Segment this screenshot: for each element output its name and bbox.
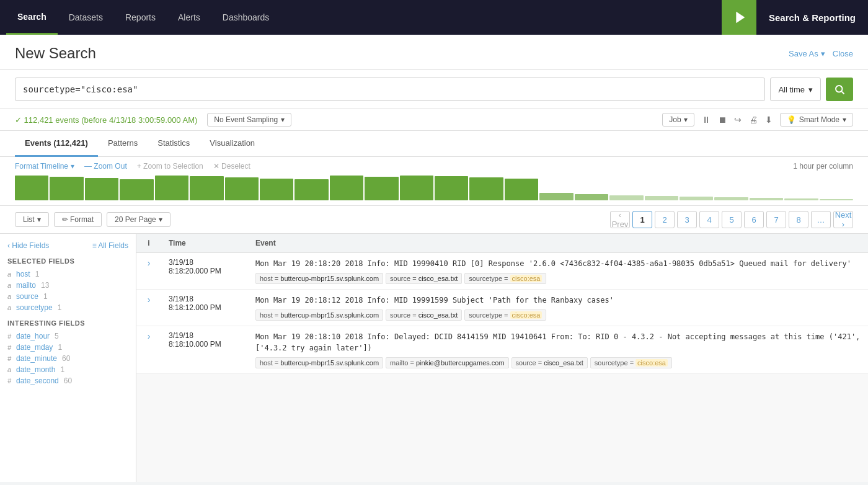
job-button[interactable]: Job ▾ bbox=[662, 113, 694, 127]
field-tag: host = buttercup-mbpr15.sv.splunk.com bbox=[255, 309, 383, 321]
time-range-picker[interactable]: All time ▾ bbox=[770, 78, 821, 101]
field-date-second[interactable]: # date_second 60 bbox=[7, 375, 128, 386]
timeline-bar bbox=[645, 196, 678, 200]
timeline-area: Format Timeline ▾ — Zoom Out + Zoom to S… bbox=[0, 157, 868, 206]
all-fields-button[interactable]: ≡ All Fields bbox=[92, 241, 128, 250]
search-button[interactable] bbox=[826, 78, 853, 101]
timeline-bar bbox=[190, 176, 223, 200]
tab-statistics[interactable]: Statistics bbox=[148, 131, 200, 157]
timeline-bar bbox=[435, 176, 468, 200]
chevron-down-icon: ▾ bbox=[159, 215, 162, 224]
timeline-bar bbox=[820, 199, 853, 200]
event-content: Mon Mar 19 20:18:12 2018 Info: MID 19991… bbox=[248, 290, 868, 326]
zoom-selection-button[interactable]: + Zoom to Selection bbox=[137, 162, 203, 171]
chevron-down-icon: ▾ bbox=[281, 115, 285, 124]
timeline-bar bbox=[260, 179, 293, 200]
zoom-out-button[interactable]: — Zoom Out bbox=[84, 162, 127, 171]
hide-fields-button[interactable]: ‹ Hide Fields bbox=[7, 241, 49, 250]
timeline-bar bbox=[330, 176, 363, 200]
selected-fields-title: SELECTED FIELDS bbox=[7, 257, 128, 265]
format-button[interactable]: ✏ Format bbox=[54, 212, 102, 227]
nav-alerts[interactable]: Alerts bbox=[167, 0, 211, 35]
expand-icon[interactable]: › bbox=[136, 253, 161, 290]
tab-patterns[interactable]: Patterns bbox=[98, 131, 148, 157]
timeline-bar bbox=[85, 178, 118, 200]
next-button[interactable]: Next › bbox=[833, 211, 853, 228]
nav-datasets[interactable]: Datasets bbox=[58, 0, 114, 35]
timeline-bar bbox=[365, 177, 398, 200]
field-sourcetype[interactable]: a sourcetype 1 bbox=[7, 302, 128, 313]
table-row: ›3/19/188:18:10.000 PMMon Mar 19 20:18:1… bbox=[136, 326, 868, 374]
field-host[interactable]: a host 1 bbox=[7, 269, 128, 280]
page-4-button[interactable]: 4 bbox=[699, 211, 719, 228]
timeline-bar bbox=[294, 179, 328, 200]
status-bar: ✓ 112,421 events (before 4/13/18 3:00:59… bbox=[0, 109, 868, 131]
save-as-button[interactable]: Save As ▾ bbox=[789, 49, 825, 58]
chevron-down-icon: ▾ bbox=[37, 215, 41, 224]
expand-icon[interactable]: › bbox=[136, 326, 161, 374]
smart-mode-button[interactable]: 💡 Smart Mode ▾ bbox=[780, 113, 853, 127]
deselect-button[interactable]: ✕ Deselect bbox=[213, 162, 250, 171]
event-content: Mon Mar 19 20:18:10 2018 Info: Delayed: … bbox=[248, 326, 868, 374]
nav-search[interactable]: Search bbox=[6, 0, 58, 35]
sampling-button[interactable]: No Event Sampling ▾ bbox=[207, 113, 291, 127]
list-controls: List ▾ ✏ Format 20 Per Page ▾ ‹ Prev 1 2… bbox=[0, 206, 868, 234]
share-icon[interactable]: ↪ bbox=[734, 115, 742, 125]
download-icon[interactable]: ⬇ bbox=[765, 115, 773, 125]
close-button[interactable]: Close bbox=[833, 49, 853, 58]
chevron-down-icon: ▾ bbox=[71, 162, 74, 171]
field-tag: source = cisco_esa.txt bbox=[386, 273, 462, 284]
interesting-fields-title: INTERESTING FIELDS bbox=[7, 319, 128, 327]
page-ellipsis: … bbox=[811, 211, 831, 228]
nav-reports[interactable]: Reports bbox=[114, 0, 167, 35]
page-3-button[interactable]: 3 bbox=[677, 211, 697, 228]
timeline-bar bbox=[50, 177, 83, 200]
field-mailto[interactable]: a mailto 13 bbox=[7, 280, 128, 291]
col-event: Event bbox=[248, 234, 868, 253]
field-tag: sourcetype = cisco:esa bbox=[464, 273, 546, 284]
timeline-bar bbox=[469, 177, 503, 200]
events-count: ✓ 112,421 events (before 4/13/18 3:00:59… bbox=[15, 115, 197, 125]
top-nav: Search Datasets Reports Alerts Dashboard… bbox=[0, 0, 868, 35]
per-page-button[interactable]: 20 Per Page ▾ bbox=[107, 212, 170, 227]
timeline-bar bbox=[575, 194, 608, 200]
page-6-button[interactable]: 6 bbox=[744, 211, 764, 228]
timeline-bar bbox=[609, 195, 643, 200]
page-7-button[interactable]: 7 bbox=[766, 211, 786, 228]
field-tag: sourcetype = cisco:esa bbox=[590, 357, 672, 368]
tab-visualization[interactable]: Visualization bbox=[200, 131, 265, 157]
timeline-bar bbox=[15, 176, 48, 200]
page-header: New Search Save As ▾ Close bbox=[0, 35, 868, 70]
page-2-button[interactable]: 2 bbox=[655, 211, 675, 228]
page-1-button[interactable]: 1 bbox=[632, 211, 652, 228]
column-label: 1 hour per column bbox=[793, 162, 853, 171]
timeline-bar bbox=[400, 176, 433, 200]
pause-icon[interactable]: ⏸ bbox=[702, 115, 711, 125]
field-tag: host = buttercup-mbpr15.sv.splunk.com bbox=[255, 273, 383, 284]
chevron-down-icon: ▾ bbox=[843, 115, 846, 124]
col-time: Time bbox=[161, 234, 248, 253]
chevron-down-icon: ▾ bbox=[808, 85, 813, 94]
event-time: 3/19/188:18:12.000 PM bbox=[161, 290, 248, 326]
page-5-button[interactable]: 5 bbox=[722, 211, 742, 228]
nav-dashboards[interactable]: Dashboards bbox=[211, 0, 281, 35]
app-title: Search & Reporting bbox=[756, 12, 868, 23]
field-tag: source = cisco_esa.txt bbox=[512, 357, 588, 368]
field-date-hour[interactable]: # date_hour 5 bbox=[7, 331, 128, 342]
field-date-mday[interactable]: # date_mday 1 bbox=[7, 342, 128, 353]
field-source[interactable]: a source 1 bbox=[7, 291, 128, 302]
field-date-minute[interactable]: # date_minute 60 bbox=[7, 353, 128, 364]
format-timeline-button[interactable]: Format Timeline ▾ bbox=[15, 162, 74, 171]
prev-button[interactable]: ‹ Prev bbox=[610, 211, 630, 228]
expand-icon[interactable]: › bbox=[136, 290, 161, 326]
page-8-button[interactable]: 8 bbox=[789, 211, 808, 228]
field-tag: mailto = pinkie@buttercupgames.com bbox=[386, 357, 509, 368]
list-button[interactable]: List ▾ bbox=[15, 212, 49, 227]
print-icon[interactable]: 🖨 bbox=[749, 115, 758, 125]
stop-icon[interactable]: ⏹ bbox=[718, 115, 727, 125]
search-input[interactable] bbox=[15, 78, 765, 101]
tab-events[interactable]: Events (112,421) bbox=[15, 131, 98, 157]
svg-point-1 bbox=[836, 86, 843, 92]
event-time: 3/19/188:18:20.000 PM bbox=[161, 253, 248, 290]
field-date-month[interactable]: a date_month 1 bbox=[7, 364, 128, 375]
